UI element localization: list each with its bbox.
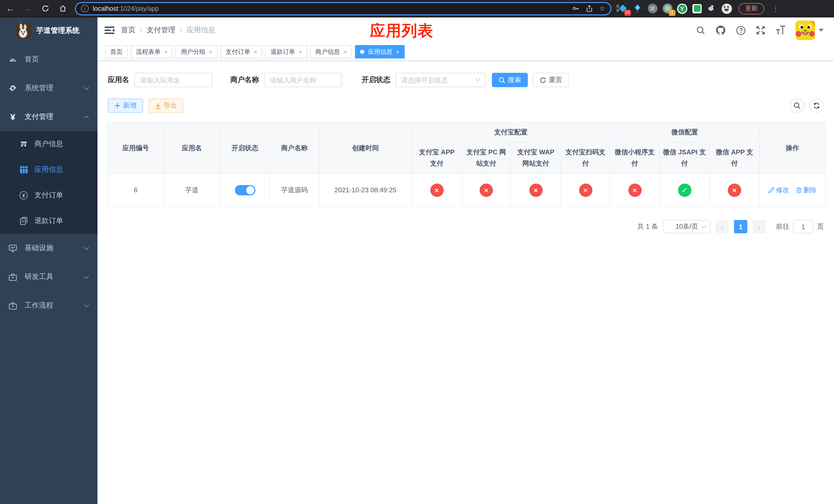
app-name-label: 应用名: [108, 75, 129, 85]
page-number-current[interactable]: 1: [734, 220, 747, 233]
sidebar-item-workflow[interactable]: 工作流程: [0, 291, 97, 320]
tab-home[interactable]: 首页: [105, 45, 128, 59]
refresh-icon: [540, 77, 546, 83]
toggle-search-button[interactable]: [790, 98, 804, 113]
export-button[interactable]: 导出: [148, 98, 184, 113]
tab-process-form[interactable]: 流程表单×: [131, 45, 173, 59]
sidebar-item-payment[interactable]: ¥ 支付管理: [0, 102, 97, 131]
extension-kite-icon[interactable]: [632, 3, 643, 14]
enable-status-select-input[interactable]: [395, 73, 485, 87]
sidebar-item-refund-orders[interactable]: 退款订单: [0, 208, 97, 234]
tab-close-icon[interactable]: ×: [209, 49, 212, 54]
chevron-down-icon: [701, 223, 706, 228]
sidebar-fold-button[interactable]: [104, 25, 115, 36]
sidebar-item-merchant-info[interactable]: 商户信息: [0, 131, 97, 157]
header-actions: [696, 18, 824, 43]
fullscreen-icon[interactable]: [755, 25, 766, 36]
magnifier-icon: [499, 77, 505, 83]
browser-back-button[interactable]: ←: [3, 1, 18, 16]
tab-app-info[interactable]: 应用信息×: [355, 45, 404, 59]
profile-face: [722, 3, 732, 14]
export-button-label: 导出: [163, 101, 177, 110]
browser-home-button[interactable]: [56, 1, 70, 16]
tab-refund-orders[interactable]: 退款订单×: [265, 45, 307, 59]
refresh-table-button[interactable]: [809, 98, 824, 113]
enable-status-select[interactable]: [395, 73, 485, 87]
sidebar-item-app-info[interactable]: 应用信息: [0, 157, 97, 183]
tabs-bar: 首页 流程表单× 用户分组× 支付订单× 退款订单× 商户信息× 应用信息×: [97, 43, 834, 61]
help-icon[interactable]: [736, 25, 746, 36]
github-icon[interactable]: [716, 25, 726, 36]
browser-reload-button[interactable]: [38, 1, 52, 16]
prev-page-button[interactable]: ‹: [716, 220, 729, 233]
search-icon[interactable]: [696, 25, 706, 36]
site-info-icon[interactable]: i: [81, 5, 89, 12]
url-path: :1024/pay/app: [118, 5, 159, 12]
grid-icon: [20, 166, 28, 174]
sidebar-item-infrastructure[interactable]: 基础设施: [0, 234, 97, 262]
chevron-down-icon: [84, 274, 89, 279]
tab-close-icon[interactable]: ×: [164, 49, 168, 54]
breadcrumb-item[interactable]: 首页: [121, 26, 135, 35]
page-annotation-title: 应用列表: [370, 21, 433, 42]
tab-close-icon[interactable]: ×: [344, 49, 347, 54]
tab-merchant-info[interactable]: 商户信息×: [310, 45, 352, 59]
browser-update-button[interactable]: 更新: [739, 3, 764, 14]
extension-chat-icon[interactable]: [692, 3, 702, 14]
browser-chrome: ← → i localhost:1024/pay/app ☆ 10: [0, 0, 834, 18]
magnifier-icon: [793, 102, 801, 109]
address-bar[interactable]: i localhost:1024/pay/app ☆: [75, 2, 611, 15]
tab-label: 支付订单: [226, 47, 250, 56]
bookmark-star-icon[interactable]: ☆: [599, 5, 605, 12]
font-size-icon[interactable]: [775, 25, 786, 36]
breadcrumb-item-current: 应用信息: [187, 26, 215, 35]
sidebar-item-label: 首页: [25, 55, 88, 64]
browser-forward-button[interactable]: →: [21, 1, 35, 16]
tab-close-icon[interactable]: ×: [254, 49, 257, 54]
cell-wx-jsapi: ✓: [659, 174, 710, 206]
app-logo[interactable]: 芋道管理系统: [0, 18, 97, 44]
sidebar-item-dev-tools[interactable]: 研发工具: [0, 262, 97, 291]
search-button[interactable]: 搜索: [492, 73, 528, 87]
browser-menu-icon[interactable]: ⋮: [772, 4, 779, 13]
user-avatar-menu[interactable]: [795, 21, 824, 40]
column-header-actions: 操作: [760, 122, 826, 174]
password-key-icon[interactable]: [572, 5, 580, 12]
home-icon: [59, 5, 66, 12]
tab-user-group[interactable]: 用户分组×: [176, 45, 218, 59]
goto-page-input[interactable]: [793, 220, 813, 233]
extensions-puzzle-icon[interactable]: [707, 3, 717, 14]
tab-close-icon[interactable]: ×: [396, 49, 399, 54]
enabled-switch[interactable]: [235, 185, 255, 195]
sidebar-item-system[interactable]: 系统管理: [0, 74, 97, 102]
share-icon[interactable]: [586, 5, 593, 12]
browser-profile-avatar[interactable]: [722, 3, 732, 14]
dashboard-icon: [9, 55, 17, 64]
merchant-name-input[interactable]: [264, 73, 342, 87]
cell-enabled: [220, 174, 269, 206]
app-name-input[interactable]: [134, 73, 212, 87]
sidebar-item-label: 工作流程: [25, 301, 85, 310]
breadcrumb-item[interactable]: 支付管理: [147, 26, 175, 35]
tab-pay-orders[interactable]: 支付订单×: [221, 45, 262, 59]
page-size-select[interactable]: 10条/页: [663, 220, 710, 233]
extension-badge-count: 10: [624, 9, 631, 16]
cell-merchant: 芋道源码: [269, 174, 319, 206]
tab-close-icon[interactable]: ×: [299, 49, 302, 54]
delete-link[interactable]: 删除: [796, 185, 817, 194]
reset-button[interactable]: 重置: [533, 73, 569, 87]
sidebar-item-pay-orders[interactable]: ¥ 支付订单: [0, 183, 97, 208]
edit-link[interactable]: 修改: [768, 185, 789, 194]
yen-circle-icon: ¥: [20, 191, 28, 200]
extension-y-icon[interactable]: Y: [677, 3, 687, 14]
extension-command-icon[interactable]: ⌘: [647, 3, 658, 14]
column-header-name: 应用名: [163, 122, 220, 174]
next-page-button[interactable]: ›: [752, 220, 766, 233]
column-header-wx-jsapi: 微信 JSAPI 支付: [659, 142, 710, 174]
sidebar-item-home[interactable]: 首页: [0, 45, 97, 74]
main-content: 应用名 商户名称 开启状态 搜索 重置: [97, 62, 834, 504]
cell-wx-app: ×: [710, 174, 760, 206]
add-button[interactable]: 新增: [108, 98, 143, 113]
extension-pin-icon[interactable]: 10: [618, 3, 628, 14]
extension-recorder-icon[interactable]: 1: [662, 3, 673, 14]
